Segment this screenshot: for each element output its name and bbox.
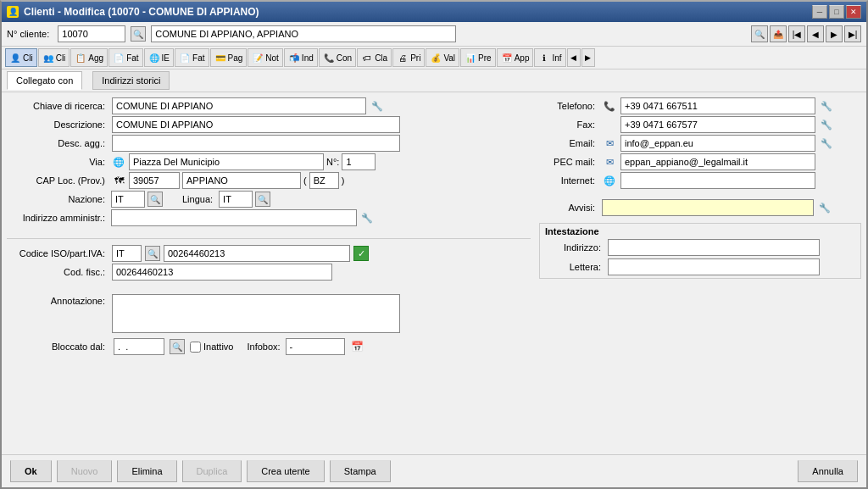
naz-input[interactable] [111,191,145,208]
minimize-button[interactable]: ─ [812,5,827,19]
loc-input[interactable] [182,172,301,189]
fax-action-icon[interactable]: 🔧 [819,117,834,132]
telefono-action-icon[interactable]: 🔧 [819,98,834,114]
cod-fisc-input[interactable] [112,264,332,281]
crea-utente-button[interactable]: Crea utente [247,460,324,482]
chiave-action-icon[interactable]: 🔧 [370,98,385,114]
toolbar-btn-pre[interactable]: 📊 Pre [460,48,496,67]
cli2-icon: 👥 [42,52,54,64]
ok-button[interactable]: Ok [10,460,52,482]
indirizzo-input[interactable] [111,209,357,226]
cap-input[interactable] [129,172,180,189]
pri-label: Pri [410,53,420,63]
toolbar-btn-app[interactable]: 📅 App [497,48,534,67]
email-action-icon[interactable]: 🔧 [819,136,834,151]
nav-export-button[interactable]: 📤 [770,25,787,42]
inattivo-checkbox[interactable] [190,342,201,353]
n-input[interactable] [342,153,376,170]
indirizzo-row: Indirizzo amministr.: 🔧 [7,209,531,226]
toolbar-btn-cli2[interactable]: 👥 Cli [38,48,70,67]
not-label: Not [265,53,279,63]
toolbar-btn-agg[interactable]: 📋 Agg [70,48,108,67]
toolbar-btn-inf[interactable]: ℹ Inf [534,48,565,67]
lingua-input[interactable] [219,191,253,208]
cod-iso-country-input[interactable] [112,245,142,262]
cod-iso-check-button[interactable]: ✓ [353,246,369,261]
fax-label: Fax: [539,119,598,130]
infobox-input[interactable] [286,338,345,355]
tab-indirizzi[interactable]: Indirizzi storici [92,71,170,90]
fat2-label: Fat [192,53,204,63]
email-input[interactable] [620,135,815,152]
stampa-button[interactable]: Stampa [330,460,391,482]
desc-label: Descrizione: [7,119,108,130]
nuovo-button[interactable]: Nuovo [57,460,113,482]
chiave-input[interactable] [112,97,366,114]
desc-agg-input[interactable] [112,135,400,152]
app-icon2: 📅 [501,52,513,64]
bloccato-input[interactable] [114,338,164,355]
toolbar-btn-not[interactable]: 📝 Not [248,48,283,67]
via-input[interactable] [129,153,324,170]
toolbar-btn-fat2[interactable]: 📄 Fat [175,48,209,67]
cliente-desc-input[interactable] [151,25,456,42]
pec-input[interactable] [620,153,815,170]
bloccato-search-button[interactable]: 🔍 [170,339,185,354]
naz-search-button[interactable]: 🔍 [147,192,163,207]
cliente-search-button[interactable]: 🔍 [131,26,146,42]
toolbar-scroll-left[interactable]: ◀ [567,48,581,67]
toolbar-btn-ie[interactable]: 🌐 IE [144,48,174,67]
pec-label: PEC mail: [539,157,598,167]
toolbar-btn-val[interactable]: 💰 Val [426,48,459,67]
duplica-button[interactable]: Duplica [182,460,242,482]
intestazione-indirizzo-input[interactable] [608,239,820,256]
internet-input[interactable] [620,172,815,189]
cli1-icon: 👤 [9,52,21,64]
avvisi-label: Avvisi: [539,203,598,213]
nav-last-button[interactable]: ▶| [844,25,861,42]
toolbar-btn-pri[interactable]: 🖨 Pri [392,48,425,67]
tab-collegato[interactable]: Collegato con [7,71,82,90]
toolbar-btn-ind[interactable]: 📬 Ind [284,48,318,67]
desc-input[interactable] [112,116,400,133]
annulla-button[interactable]: Annulla [798,460,858,482]
toolbar-btn-cli1[interactable]: 👤 Cli [5,48,37,67]
intestazione-indirizzo-label: Indirizzo: [545,242,604,253]
prov-input[interactable] [309,172,339,189]
via-globe-icon[interactable]: 🌐 [111,154,126,169]
ind-label: Ind [302,53,314,63]
content-area: N° cliente: 🔍 🔍 📤 |◀ ◀ ▶ ▶| 👤 Cli 👥 Cli [2,22,866,487]
internet-globe-icon[interactable]: 🌐 [602,173,617,188]
toolbar-scroll-right[interactable]: ▶ [581,48,595,67]
desc-row: Descrizione: [7,116,531,133]
intestazione-lettera-input[interactable] [608,258,820,275]
indirizzo-icon[interactable]: 🔧 [359,210,375,225]
fax-input[interactable] [620,116,815,133]
title-bar-buttons: ─ □ ✕ [812,5,861,19]
avvisi-input[interactable] [602,199,814,216]
toolbar-btn-con[interactable]: 📞 Con [319,48,356,67]
lingua-search-button[interactable]: 🔍 [255,192,270,207]
cap-icon[interactable]: 🗺 [111,173,126,188]
toolbar-btn-pag[interactable]: 💳 Pag [210,48,248,67]
annotazione-row: Annotazione: [7,294,531,333]
prov-open: ( [303,175,307,186]
toolbar-btn-cla[interactable]: 🏷 Cla [357,48,392,67]
avvisi-action-icon[interactable]: 🔧 [817,200,832,215]
elimina-button[interactable]: Elimina [117,460,176,482]
cla-icon: 🏷 [361,52,373,64]
maximize-button[interactable]: □ [829,5,844,19]
nav-prev-button[interactable]: ◀ [807,25,824,42]
toolbar-btn-fat1[interactable]: 📄 Fat [108,48,142,67]
nav-first-button[interactable]: |◀ [788,25,805,42]
telefono-input[interactable] [620,97,815,114]
infobox-calendar-icon[interactable]: 📅 [350,339,365,354]
nav-next-button[interactable]: ▶ [826,25,843,42]
close-button[interactable]: ✕ [846,5,861,19]
annotazione-textarea[interactable] [112,294,400,333]
cod-iso-input[interactable] [164,245,350,262]
intestazione-lettera-row: Lettera: [545,258,855,275]
cliente-input[interactable] [58,25,125,42]
cod-iso-search-button[interactable]: 🔍 [145,246,160,261]
nav-search-button[interactable]: 🔍 [751,25,768,42]
